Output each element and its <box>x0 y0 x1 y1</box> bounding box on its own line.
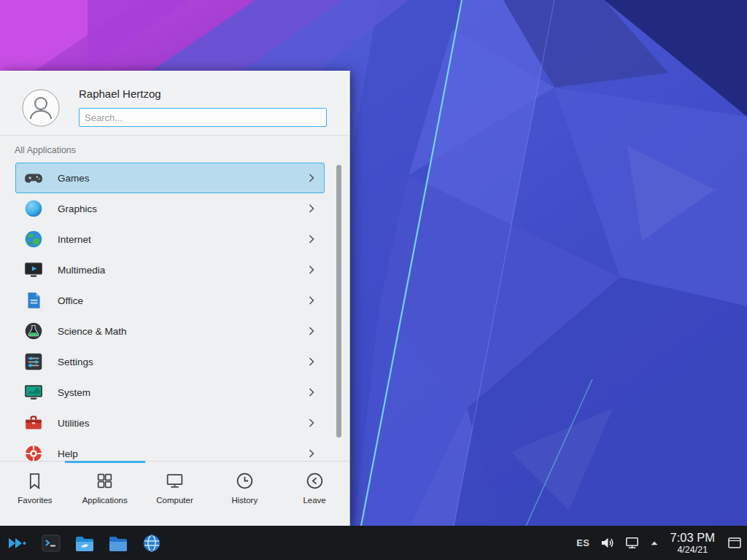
folder-icon <box>107 532 129 554</box>
apps-grid-icon <box>95 471 115 491</box>
show-desktop-icon <box>726 534 743 552</box>
expand-tray-arrow-icon[interactable] <box>649 538 659 548</box>
tab-label: Applications <box>82 496 128 505</box>
bookmark-icon <box>25 471 44 491</box>
category-item-utilities[interactable]: Utilities <box>15 408 325 438</box>
category-item-settings[interactable]: Settings <box>15 346 325 377</box>
tab-leave[interactable]: Leave <box>279 462 349 526</box>
submenu-arrow-icon <box>309 174 314 182</box>
file-manager-icon <box>74 532 96 554</box>
category-label: Science & Math <box>58 326 127 337</box>
section-label: All Applications <box>15 145 76 155</box>
submenu-arrow-icon <box>309 265 314 274</box>
taskbar-launchers <box>0 532 163 554</box>
submenu-arrow-icon <box>309 419 314 427</box>
web-browser-icon <box>141 532 163 554</box>
taskbar-launcher-button[interactable] <box>7 532 28 554</box>
submenu-arrow-icon <box>309 204 314 213</box>
submenu-arrow-icon <box>309 388 314 397</box>
submenu-arrow-icon <box>309 357 314 366</box>
toolbox-icon <box>23 413 44 433</box>
category-label: Office <box>58 295 83 306</box>
tab-label: History <box>231 496 258 505</box>
category-label: Utilities <box>58 418 90 429</box>
category-item-office[interactable]: Office <box>15 285 325 316</box>
lifebuoy-icon <box>23 443 44 462</box>
taskbar: ES 7:03 PM 4/24/21 <box>0 526 747 560</box>
submenu-arrow-icon <box>309 327 314 335</box>
document-icon <box>23 290 44 311</box>
application-launcher: Raphael Hertzog All Applications Games G… <box>0 71 350 526</box>
computer-icon <box>165 471 185 491</box>
submenu-arrow-icon <box>309 449 314 458</box>
flask-icon <box>23 321 44 341</box>
category-item-system[interactable]: System <box>15 377 325 408</box>
network-icon[interactable] <box>624 535 640 551</box>
category-item-science-math[interactable]: Science & Math <box>15 316 325 346</box>
launcher-header: Raphael Hertzog <box>0 71 349 136</box>
sliders-icon <box>23 351 44 372</box>
scrollbar-thumb[interactable] <box>336 165 341 438</box>
tab-computer[interactable]: Computer <box>140 462 210 526</box>
taskbar-folder-button[interactable] <box>107 532 129 554</box>
category-label: Multimedia <box>58 265 105 276</box>
category-label: Help <box>58 448 78 459</box>
kali-menu-icon <box>7 532 28 554</box>
digital-clock[interactable]: 7:03 PM 4/24/21 <box>670 531 715 554</box>
show-desktop-button[interactable] <box>726 534 743 552</box>
category-label: System <box>58 387 90 398</box>
clock-time: 7:03 PM <box>670 531 715 544</box>
tab-applications[interactable]: Applications <box>70 462 140 526</box>
launcher-tabbar: Favorites Applications Computer History … <box>0 461 349 526</box>
tab-label: Leave <box>303 496 325 505</box>
taskbar-browser-button[interactable] <box>141 532 163 554</box>
globe-icon <box>23 229 44 249</box>
submenu-arrow-icon <box>309 235 314 244</box>
graphics-sphere-icon <box>23 198 44 219</box>
clock-date: 4/24/21 <box>677 545 708 555</box>
category-label: Games <box>58 173 90 184</box>
category-item-internet[interactable]: Internet <box>15 224 325 254</box>
user-name: Raphael Hertzog <box>79 88 161 100</box>
terminal-icon <box>40 532 62 554</box>
gamepad-icon <box>23 168 44 188</box>
history-clock-icon <box>235 471 255 491</box>
leave-icon <box>305 471 325 491</box>
user-avatar[interactable] <box>22 89 60 127</box>
tab-label: Computer <box>156 496 193 505</box>
volume-icon[interactable] <box>600 535 615 551</box>
keyboard-layout-indicator[interactable]: ES <box>576 537 589 548</box>
tab-label: Favorites <box>18 496 52 505</box>
system-tray: ES 7:03 PM 4/24/21 <box>576 531 747 554</box>
system-monitor-icon <box>23 382 44 402</box>
taskbar-terminal-button[interactable] <box>40 532 62 554</box>
category-list: Games Graphics Internet Multimedia <box>0 159 349 462</box>
category-label: Settings <box>58 357 93 368</box>
taskbar-file-manager-button[interactable] <box>74 532 96 554</box>
category-label: Graphics <box>58 203 97 214</box>
multimedia-monitor-icon <box>23 260 44 280</box>
category-item-multimedia[interactable]: Multimedia <box>15 254 325 285</box>
submenu-arrow-icon <box>309 296 314 305</box>
user-avatar-icon <box>22 89 60 127</box>
category-item-help[interactable]: Help <box>15 438 325 462</box>
tab-favorites[interactable]: Favorites <box>0 462 70 526</box>
search-input[interactable] <box>79 108 327 127</box>
tab-history[interactable]: History <box>209 462 279 526</box>
category-item-graphics[interactable]: Graphics <box>15 193 325 224</box>
category-item-games[interactable]: Games <box>15 163 325 193</box>
category-label: Internet <box>58 234 91 245</box>
